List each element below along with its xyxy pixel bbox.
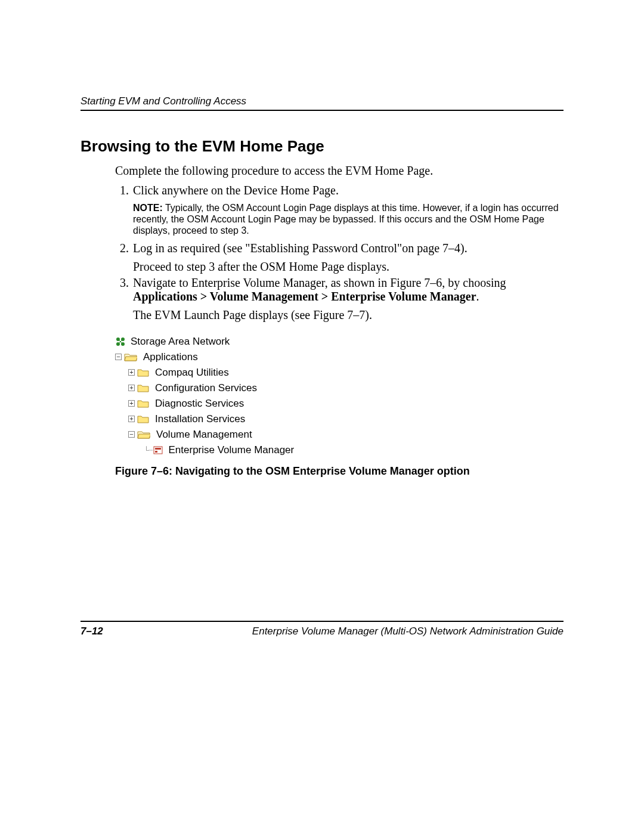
tree-connector-icon: └┈	[144, 442, 152, 458]
procedure-list: Click anywhere on the Device Home Page. …	[115, 184, 564, 322]
tree-compaq-label: Compaq Utilities	[155, 365, 229, 380]
doc-title-footer: Enterprise Volume Manager (Multi-OS) Net…	[252, 625, 564, 637]
tree-volmgmt-row: − Volume Management	[115, 427, 564, 442]
tree-diag-row: + Diagnostic Services	[115, 396, 564, 411]
folder-closed-icon	[137, 414, 149, 424]
tree-volmgmt-label: Volume Management	[156, 427, 252, 442]
page: Starting EVM and Controlling Access Brow…	[0, 0, 644, 833]
step-2: Log in as required (see "Establishing Pa…	[132, 241, 564, 274]
step-2-text: Log in as required (see "Establishing Pa…	[133, 241, 467, 255]
tree-diag-label: Diagnostic Services	[155, 396, 244, 411]
step-1-text: Click anywhere on the Device Home Page.	[133, 184, 339, 197]
collapse-icon: −	[115, 354, 122, 360]
expand-icon: +	[128, 400, 135, 407]
running-header: Starting EVM and Controlling Access	[80, 95, 564, 111]
tree-install-label: Installation Services	[155, 411, 245, 427]
svg-rect-7	[155, 448, 161, 450]
step-3-path: Applications > Volume Management > Enter…	[133, 290, 476, 303]
network-icon	[115, 336, 126, 347]
section-title: Browsing to the EVM Home Page	[80, 137, 564, 156]
collapse-icon: −	[128, 431, 135, 438]
step-3-text-c: .	[476, 290, 479, 303]
tree-evm-row: └┈ Enterprise Volume Manager	[115, 442, 564, 458]
tree-config-label: Configuration Services	[155, 380, 257, 396]
tree-applications-label: Applications	[143, 349, 198, 365]
folder-open-icon	[124, 352, 137, 362]
step-2-sub: Proceed to step 3 after the OSM Home Pag…	[133, 260, 564, 274]
folder-closed-icon	[137, 399, 149, 408]
tree-config-row: + Configuration Services	[115, 380, 564, 396]
tree-evm-label: Enterprise Volume Manager	[169, 442, 295, 458]
folder-open-icon	[137, 430, 150, 439]
intro-text: Complete the following procedure to acce…	[115, 164, 564, 178]
tree-install-row: + Installation Services	[115, 411, 564, 427]
tree-compaq-row: + Compaq Utilities	[115, 365, 564, 380]
step-3-sub: The EVM Launch Page displays (see Figure…	[133, 308, 564, 322]
expand-icon: +	[128, 385, 135, 391]
expand-icon: +	[128, 416, 135, 422]
evm-app-icon	[153, 445, 164, 455]
page-number: 7–12	[80, 625, 103, 637]
step-1: Click anywhere on the Device Home Page. …	[132, 184, 564, 237]
expand-icon: +	[128, 369, 135, 376]
folder-closed-icon	[137, 368, 149, 377]
step-3-text-a: Navigate to Enterprise Volume Manager, a…	[133, 276, 506, 289]
step-3: Navigate to Enterprise Volume Manager, a…	[132, 276, 564, 322]
page-footer: 7–12 Enterprise Volume Manager (Multi-OS…	[80, 621, 564, 637]
note-label: NOTE:	[133, 203, 163, 213]
svg-rect-6	[154, 447, 162, 454]
nav-tree-figure: Storage Area Network − Applications + Co…	[115, 334, 564, 458]
step-1-note: NOTE: Typically, the OSM Account Login P…	[133, 202, 564, 237]
svg-rect-8	[155, 451, 157, 453]
folder-closed-icon	[137, 383, 149, 393]
tree-applications-row: − Applications	[115, 349, 564, 365]
figure-caption: Figure 7–6: Navigating to the OSM Enterp…	[115, 465, 564, 478]
tree-root-row: Storage Area Network	[115, 334, 564, 349]
tree-root-label: Storage Area Network	[131, 334, 230, 349]
note-body: Typically, the OSM Account Login Page di…	[133, 203, 559, 236]
